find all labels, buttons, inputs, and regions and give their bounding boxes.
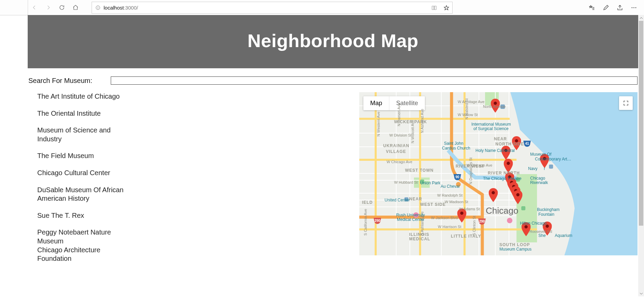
list-item[interactable]: Chicago Architecture Foundation: [37, 246, 126, 263]
map-label: S California Ave: [363, 209, 367, 236]
more-icon[interactable]: [631, 4, 637, 11]
svg-rect-45: [549, 165, 553, 169]
map-label: W Chicago Ave: [387, 160, 412, 164]
map-label: North Avenue: [483, 104, 506, 109]
highway-shield: 90: [453, 173, 462, 182]
refresh-button[interactable]: [55, 1, 69, 14]
svg-point-2: [98, 6, 98, 7]
reading-view-icon[interactable]: [431, 5, 437, 11]
map-type-map[interactable]: Map: [363, 96, 389, 110]
svg-point-50: [507, 162, 510, 165]
list-item[interactable]: The Art Institute of Chicago: [37, 92, 126, 101]
svg-point-44: [507, 218, 512, 223]
list-item[interactable]: Museum of Science and Industry: [37, 126, 126, 143]
map-label: Saint John: [444, 141, 464, 146]
map-label: N Wolcott Ave: [411, 120, 415, 143]
svg-text:90: 90: [455, 175, 459, 179]
map-label: W Madison St: [445, 200, 468, 204]
map-marker[interactable]: [513, 190, 523, 204]
page-title: Neighborhood Map: [28, 30, 638, 51]
map-label: N Ashland Ave: [420, 109, 424, 133]
map-label: W Hubbard St: [394, 180, 418, 184]
map-label: W Randolph St: [437, 193, 462, 197]
search-row: Search For Museum:: [28, 68, 638, 91]
map-label: RIVER NORTH: [488, 171, 520, 175]
map-label: W Armitage Ave: [458, 100, 484, 104]
svg-point-57: [460, 212, 463, 215]
share-icon[interactable]: [617, 4, 623, 11]
map-label: ILLINOIS: [409, 232, 429, 237]
scrollbar-thumb[interactable]: [639, 21, 643, 226]
svg-text:290: 290: [479, 220, 485, 223]
fullscreen-button[interactable]: [619, 96, 633, 110]
highway-shield: 290: [478, 218, 486, 227]
svg-text:41: 41: [525, 142, 529, 145]
highway-shield: 41: [523, 140, 532, 149]
favorites-list-icon[interactable]: [589, 4, 595, 11]
map-label: N Desplaines St: [469, 157, 473, 184]
map-label: W Adams St: [459, 207, 480, 211]
list-item[interactable]: Sue The T. Rex: [37, 211, 126, 220]
map-label: MEDICAL: [409, 237, 430, 241]
map-label: W Division St: [389, 133, 412, 137]
list-item[interactable]: The Oriental Institute: [37, 109, 126, 118]
map-label: The Chicago Theatre: [483, 176, 522, 181]
back-button[interactable]: [28, 1, 41, 14]
map-marker[interactable]: [489, 188, 498, 202]
map-label: UKRAINIAN: [383, 143, 409, 148]
home-button[interactable]: [69, 1, 82, 14]
search-label: Search For Museum:: [28, 77, 92, 85]
map-label: N Damen Ave: [397, 103, 401, 126]
map-label: Navy: [528, 167, 537, 171]
svg-rect-41: [521, 206, 525, 210]
map-label: NEAR: [494, 137, 507, 141]
list-item[interactable]: DuSable Museum Of African American Histo…: [37, 186, 126, 203]
notes-icon[interactable]: [603, 4, 609, 11]
map-city-label: Chicago: [486, 206, 518, 216]
forward-button[interactable]: [41, 1, 55, 14]
map-label: Medical Center: [397, 217, 425, 222]
map-label: Buckingham: [537, 208, 560, 212]
map-label: She: [538, 234, 546, 238]
browser-chrome: localhost:3000/: [0, 0, 644, 15]
svg-point-55: [516, 193, 519, 196]
map-label: Holy Name Cathedral: [475, 148, 515, 153]
map-label: S Clinton St: [472, 216, 476, 236]
svg-point-4: [633, 7, 634, 8]
map-label: r: [544, 167, 545, 171]
map-label: LITTLE ITALY: [451, 234, 481, 239]
svg-text:290: 290: [375, 219, 380, 223]
map-label: W Harrison St: [438, 225, 461, 229]
map-label: Museum Of: [530, 152, 551, 157]
search-input[interactable]: [111, 76, 638, 85]
map-label: Hilton Chicago: [520, 221, 547, 226]
map-label: of Surgical Science: [473, 127, 509, 131]
map-label: Fountain: [538, 212, 554, 217]
map-label: Au Cheval: [441, 184, 459, 189]
map-label: Cantius Church: [442, 146, 470, 151]
map-label: SOUTH LOOP: [499, 242, 530, 247]
page-scrollbar[interactable]: [638, 15, 644, 296]
map-label: VILLAGE: [386, 149, 406, 154]
highway-shield: 290: [373, 217, 382, 226]
favorite-icon[interactable]: [443, 5, 450, 11]
list-item[interactable]: Peggy Notebaert Nature Museum: [37, 228, 126, 245]
map-label: NORTH SIDE: [495, 142, 524, 146]
map-label: Aquarium: [555, 234, 572, 238]
page-viewport: Neighborhood Map Search For Museum: The …: [28, 15, 638, 296]
svg-point-5: [635, 7, 636, 8]
hero-banner: Neighborhood Map: [28, 15, 638, 68]
site-info-icon[interactable]: [92, 5, 104, 10]
map-label: IELD: [362, 200, 373, 205]
map-label: Contemporary Art…: [535, 157, 571, 162]
map-label: Union Park: [420, 181, 440, 186]
map-label: Museum Campus: [499, 247, 532, 252]
list-item[interactable]: Chicago Cultural Center: [37, 169, 126, 178]
map-type-satellite[interactable]: Satellite: [389, 96, 425, 110]
list-item[interactable]: The Field Museum: [37, 152, 126, 160]
map[interactable]: Map Satellite WICKER PARKUKRAINIANVILLAG…: [359, 92, 638, 255]
address-bar[interactable]: localhost:3000/: [92, 2, 453, 14]
map-type-control: Map Satellite: [363, 96, 425, 110]
map-label: N Halsted St: [465, 98, 469, 119]
url-text: localhost:3000/: [104, 5, 138, 11]
